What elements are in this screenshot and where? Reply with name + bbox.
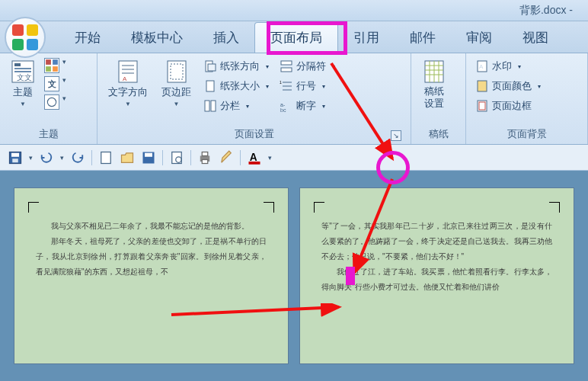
tab-layout[interactable]: 页面布局 — [254, 22, 338, 53]
svg-rect-51 — [202, 152, 208, 155]
theme-colors-icon[interactable] — [44, 58, 59, 73]
theme-effects-icon[interactable] — [44, 94, 59, 110]
group-manuscript-label: 稿纸 — [417, 126, 459, 142]
breaks-button[interactable]: 分隔符▾ — [276, 58, 338, 75]
text-direction-icon: A — [116, 59, 140, 84]
svg-rect-54 — [249, 162, 260, 165]
breaks-icon — [280, 59, 293, 73]
svg-text:1: 1 — [280, 80, 282, 85]
dropdown-icon: ▼ — [20, 101, 26, 107]
svg-rect-39 — [478, 81, 487, 91]
line-numbers-button[interactable]: 1 行号▾ — [276, 78, 338, 94]
page-border-button[interactable]: 页面边框 — [472, 98, 544, 114]
manuscript-icon — [422, 59, 446, 84]
svg-rect-52 — [202, 159, 208, 163]
svg-rect-43 — [11, 152, 19, 156]
svg-text:bc: bc — [280, 107, 286, 113]
svg-rect-45 — [101, 152, 111, 163]
svg-rect-6 — [53, 59, 58, 65]
theme-fonts-icon[interactable]: 文 — [44, 76, 59, 91]
tab-references[interactable]: 引用 — [338, 23, 395, 53]
themes-icon: 文文 — [11, 59, 35, 84]
size-button[interactable]: 纸张大小▾ — [200, 78, 272, 94]
svg-rect-5 — [46, 59, 51, 65]
svg-text:A: A — [123, 75, 127, 82]
columns-icon — [203, 99, 217, 113]
svg-rect-20 — [205, 101, 209, 111]
svg-text:文文: 文文 — [17, 73, 32, 82]
save2-icon[interactable] — [141, 150, 156, 165]
svg-rect-23 — [281, 68, 292, 72]
new-icon[interactable] — [98, 150, 113, 165]
svg-text:A: A — [250, 151, 257, 162]
undo-icon[interactable] — [39, 150, 54, 165]
svg-rect-7 — [46, 66, 51, 72]
columns-button[interactable]: 分栏▾ — [200, 98, 272, 114]
svg-rect-1 — [14, 63, 21, 66]
svg-rect-19 — [206, 81, 214, 91]
watermark-icon: A — [475, 59, 489, 73]
tab-view[interactable]: 视图 — [507, 23, 564, 53]
page-setup-dialog-launcher[interactable]: ↘ — [391, 130, 401, 141]
svg-rect-3 — [14, 71, 31, 72]
svg-rect-8 — [53, 66, 58, 72]
page-text: 我与父亲不相见已二年余了，我最不能忘记的是他的背影。 那年冬天，祖母死了，父亲的… — [36, 219, 267, 280]
svg-rect-10 — [119, 61, 137, 82]
margins-button[interactable]: 页边距 ▼ — [157, 56, 196, 110]
tab-insert[interactable]: 插入 — [198, 23, 254, 53]
hyphenation-button[interactable]: a-bc 断字▾ — [276, 98, 338, 114]
svg-point-9 — [47, 98, 56, 106]
font-color-icon[interactable]: A — [247, 150, 262, 165]
brush-icon[interactable] — [219, 150, 234, 165]
themes-button[interactable]: 文文 主题 ▼ — [6, 56, 40, 110]
svg-rect-18 — [208, 64, 216, 71]
redo-icon[interactable] — [70, 150, 85, 165]
orientation-button[interactable]: 纸张方向▾ — [200, 58, 272, 75]
window-title: 背影.docx - — [519, 4, 573, 18]
group-page-setup-label: 页面设置 — [235, 128, 274, 139]
page-border-icon — [475, 99, 489, 113]
svg-rect-47 — [145, 152, 152, 156]
svg-rect-21 — [211, 101, 216, 111]
hyphenation-icon: a-bc — [280, 99, 293, 113]
svg-text:a-: a- — [280, 102, 286, 107]
line-numbers-icon: 1 — [280, 79, 293, 93]
tab-start[interactable]: 开始 — [59, 23, 116, 53]
page-color-icon — [475, 79, 489, 93]
page-text: 等"了一会，其实我那年已二十岁，北京已来往过两三次，是没有什么要紧的了。他踌躇了… — [321, 219, 552, 295]
orientation-icon — [203, 59, 217, 73]
tab-review[interactable]: 审阅 — [451, 23, 507, 53]
preview-icon[interactable] — [169, 150, 184, 165]
svg-rect-2 — [14, 68, 31, 69]
save-icon[interactable] — [8, 150, 23, 165]
tab-template[interactable]: 模板中心 — [116, 23, 198, 53]
print-icon[interactable] — [197, 150, 213, 165]
document-page-left[interactable]: 我与父亲不相见已二年余了，我最不能忘记的是他的背影。 那年冬天，祖母死了，父亲的… — [14, 187, 289, 364]
svg-rect-22 — [281, 61, 292, 65]
size-icon — [203, 79, 217, 93]
manuscript-button[interactable]: 稿纸 设置 — [417, 56, 451, 112]
office-button[interactable] — [5, 17, 46, 58]
group-background-label: 页面背景 — [472, 126, 581, 142]
document-page-right[interactable]: 等"了一会，其实我那年已二十岁，北京已来往过两三次，是没有什么要紧的了。他踌躇了… — [299, 187, 574, 364]
group-theme-label: 主题 — [6, 126, 91, 142]
text-direction-button[interactable]: A 文字方向 ▼ — [104, 56, 152, 110]
svg-rect-44 — [12, 158, 18, 162]
annotation-cursor-mark — [346, 267, 355, 285]
tab-mail[interactable]: 邮件 — [395, 23, 451, 53]
margins-icon — [165, 59, 189, 84]
svg-text:A: A — [479, 63, 484, 70]
page-color-button[interactable]: 页面颜色▾ — [472, 78, 544, 94]
watermark-button[interactable]: A 水印▾ — [472, 58, 544, 75]
open-icon[interactable] — [120, 150, 135, 165]
